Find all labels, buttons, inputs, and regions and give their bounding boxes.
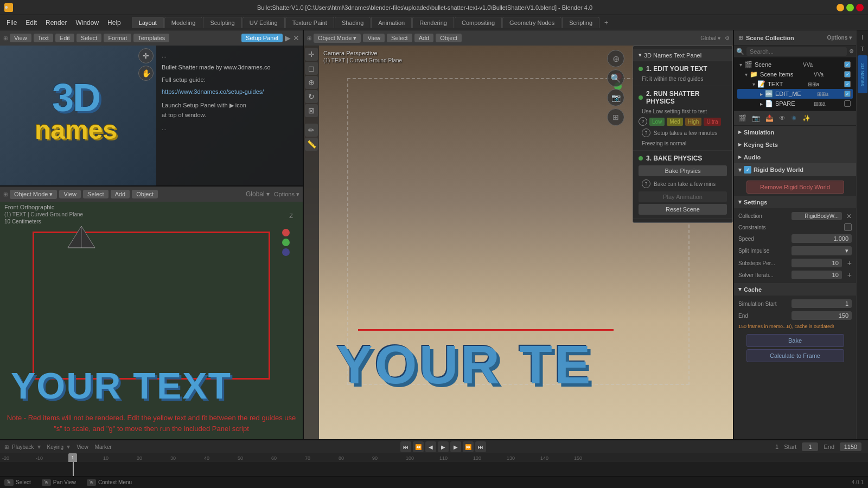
rigid-body-world-header[interactable]: ▾ ✓ Rigid Body World xyxy=(734,163,856,176)
play-btn-tl[interactable]: ▶ xyxy=(438,441,449,452)
rbw-checkbox[interactable]: ✓ xyxy=(744,166,751,174)
outliner-search-input[interactable] xyxy=(746,47,847,56)
constraints-checkbox[interactable] xyxy=(844,223,852,231)
setup-panel-btn[interactable]: Setup Panel xyxy=(241,34,283,42)
center-view[interactable]: View xyxy=(363,34,385,42)
collection-value[interactable]: RigidBodyW... xyxy=(792,212,842,220)
workspace-texture[interactable]: Texture Paint xyxy=(285,17,334,28)
split-impulse-value[interactable]: ▾ xyxy=(792,246,852,255)
z-axis-dot[interactable] xyxy=(282,248,290,256)
start-frame[interactable]: 1 xyxy=(802,442,818,451)
audio-section-header[interactable]: ▸ Audio xyxy=(734,151,856,163)
maximize-button[interactable] xyxy=(846,4,854,11)
items-visible-check[interactable]: ✓ xyxy=(844,71,851,78)
options-btn[interactable]: Options ▾ xyxy=(274,191,299,198)
workspace-shading[interactable]: Shading xyxy=(335,17,371,28)
text-menu-btn[interactable]: Text xyxy=(34,34,53,42)
workspace-add[interactable]: + xyxy=(600,17,612,29)
substeps-value[interactable]: 10 xyxy=(792,259,842,267)
run-header[interactable]: 2. RUN SHATTER PHYSICS xyxy=(633,88,732,107)
workspace-compositing[interactable]: Compositing xyxy=(455,17,502,28)
nav-hand-icon[interactable]: ✋ xyxy=(138,66,154,81)
annotate-tool[interactable]: ✏ xyxy=(305,124,318,137)
remove-rigid-body-world-btn[interactable]: Remove Rigid Body World xyxy=(746,181,844,194)
view-btn2[interactable]: View xyxy=(59,190,81,198)
menu-edit[interactable]: Edit xyxy=(21,17,41,28)
workspace-uv[interactable]: UV Editing xyxy=(242,17,285,28)
sim-end-value[interactable]: 150 xyxy=(792,311,852,320)
play-animation-btn[interactable]: Play Animation xyxy=(639,191,727,202)
center-object[interactable]: Object xyxy=(436,34,462,42)
object-btn[interactable]: Object xyxy=(132,190,158,198)
select-menu-btn[interactable]: Select xyxy=(76,34,102,42)
rotate-tool[interactable]: ↻ xyxy=(305,90,318,103)
center-select[interactable]: Select xyxy=(387,34,412,42)
sim-start-value[interactable]: 1 xyxy=(792,299,852,308)
menu-window[interactable]: Window xyxy=(71,17,103,28)
tab-item[interactable]: I xyxy=(858,33,867,42)
grid-nav[interactable]: ⊞ xyxy=(607,108,624,126)
keying-menu[interactable]: Keying xyxy=(47,444,64,450)
bake-header[interactable]: 3. BAKE PHYSICS xyxy=(633,153,732,164)
text-visible-check[interactable]: ✓ xyxy=(844,81,851,87)
timeline-keyframe-area[interactable] xyxy=(0,462,868,475)
zoom-nav[interactable]: 🔍 xyxy=(607,69,624,87)
tree-item-scene[interactable]: ▾ 🎬 Scene VVa ✓ xyxy=(737,60,853,69)
props-output-icon[interactable]: 📤 xyxy=(763,113,776,123)
marker-menu[interactable]: Marker xyxy=(95,444,112,450)
collection-x-btn[interactable]: ✕ xyxy=(846,213,852,220)
setup-info-icon[interactable]: ? xyxy=(642,129,650,137)
tab-3dnames[interactable]: 3D Names xyxy=(858,55,867,93)
play-btn[interactable]: ▶ xyxy=(285,34,291,42)
format-menu-btn[interactable]: Format xyxy=(104,34,131,42)
menu-render[interactable]: Render xyxy=(41,17,71,28)
quality-high-btn[interactable]: High xyxy=(685,118,702,126)
substeps-add-btn[interactable]: + xyxy=(847,259,852,267)
scale-tool[interactable]: ⊠ xyxy=(305,104,318,117)
measure-tool[interactable]: 📏 xyxy=(305,138,318,151)
add-btn[interactable]: Add xyxy=(111,190,130,198)
props-scene-icon[interactable]: 🎬 xyxy=(736,113,749,123)
props-physics-icon[interactable]: ⚛ xyxy=(789,113,799,123)
workspace-geometry-nodes[interactable]: Geometry Nodes xyxy=(502,17,561,28)
tree-item-text[interactable]: ▾ 📝 TEXT ⊞⊞a ✓ xyxy=(737,79,853,89)
playback-menu[interactable]: Playback xyxy=(12,444,34,450)
prev-keyframe-btn[interactable]: ◀ xyxy=(425,441,436,452)
move-tool[interactable]: ⊕ xyxy=(305,76,318,89)
workspace-scripting[interactable]: Scripting xyxy=(562,17,599,28)
panel-collapse-icon[interactable]: ▾ xyxy=(639,52,642,59)
object-mode-btn[interactable]: Object Mode ▾ xyxy=(10,190,57,199)
close-panel-btn[interactable]: ✕ xyxy=(293,34,299,42)
edit-menu-btn[interactable]: Edit xyxy=(55,34,74,42)
window-controls[interactable] xyxy=(837,4,864,11)
workspace-rendering[interactable]: Rendering xyxy=(412,17,454,28)
end-label[interactable]: End xyxy=(824,444,834,450)
select-btn2[interactable]: Select xyxy=(83,190,108,198)
center-object-mode[interactable]: Object Mode ▾ xyxy=(314,34,361,43)
tree-item-scene-items[interactable]: ▾ 📁 Scene Items VVa ✓ xyxy=(737,69,853,79)
workspace-sculpting[interactable]: Sculpting xyxy=(203,17,241,28)
workspace-layout[interactable]: Layout xyxy=(132,17,164,28)
menu-help[interactable]: Help xyxy=(103,17,125,28)
jump-end-btn[interactable]: ⏭ xyxy=(475,441,486,452)
settings-header[interactable]: ▾ Settings xyxy=(734,196,856,208)
y-axis-dot[interactable] xyxy=(282,239,290,246)
props-render-icon[interactable]: 📷 xyxy=(750,113,762,123)
bake-physics-btn[interactable]: Bake Physics xyxy=(639,165,727,176)
menu-file[interactable]: File xyxy=(2,17,21,28)
props-view-icon[interactable]: 👁 xyxy=(777,113,788,123)
scene-visible-check[interactable]: ✓ xyxy=(844,61,851,68)
tree-item-edit-me[interactable]: ▸ 🔤 EDIT_ME ⊞⊞a ✓ xyxy=(737,89,853,99)
templates-menu-btn[interactable]: Templates xyxy=(133,34,169,42)
minimize-button[interactable] xyxy=(837,4,844,11)
tab-tool[interactable]: T xyxy=(858,44,867,54)
view-menu-btn[interactable]: View xyxy=(10,34,31,42)
keying-sets-header[interactable]: ▸ Keying Sets xyxy=(734,138,856,151)
jump-start-btn[interactable]: ⏮ xyxy=(400,441,411,452)
calculate-frame-btn[interactable]: Calculate to Frame xyxy=(746,349,844,362)
select-tool[interactable]: ◻ xyxy=(305,62,318,75)
spare-visible-check[interactable] xyxy=(844,100,851,107)
center-add[interactable]: Add xyxy=(414,34,434,42)
close-button[interactable] xyxy=(856,4,864,11)
cursor-tool[interactable]: ✛ xyxy=(305,48,318,61)
